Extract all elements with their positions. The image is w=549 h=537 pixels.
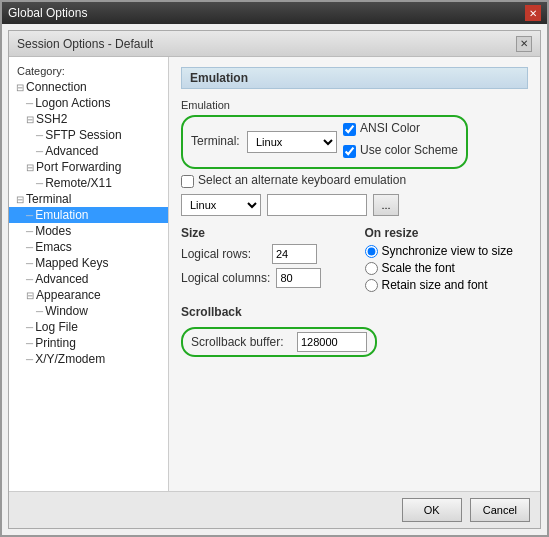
inner-window-title: Session Options - Default (17, 37, 153, 51)
sidebar-item-window[interactable]: ─Window (9, 303, 168, 319)
sidebar: Category: ⊟Connection ─Logon Actions ⊟SS… (9, 57, 169, 491)
retain-size-radio[interactable] (365, 279, 378, 292)
ansi-color-label: ANSI Color (360, 121, 420, 135)
sidebar-item-log-file[interactable]: ─Log File (9, 319, 168, 335)
alt-keyboard-checkbox-row: Select an alternate keyboard emulation (181, 173, 528, 190)
use-color-scheme-checkbox[interactable] (343, 145, 356, 158)
terminal-label: Terminal: (191, 134, 241, 148)
sidebar-item-remote-x11[interactable]: ─Remote/X11 (9, 175, 168, 191)
section-header: Emulation (181, 67, 528, 89)
sidebar-item-connection[interactable]: ⊟Connection (9, 79, 168, 95)
sidebar-item-ssh2[interactable]: ⊟SSH2 (9, 111, 168, 127)
alt-keyboard-checkbox[interactable] (181, 175, 194, 188)
scrollback-buffer-label: Scrollback buffer: (191, 335, 291, 349)
outer-close-button[interactable]: ✕ (525, 5, 541, 21)
scale-font-radio[interactable] (365, 262, 378, 275)
logical-columns-label: Logical columns: (181, 271, 270, 285)
logical-columns-row: Logical columns: (181, 268, 345, 288)
sidebar-item-printing[interactable]: ─Printing (9, 335, 168, 351)
emulation-label: Emulation (181, 99, 528, 111)
scrollback-section: Scrollback Scrollback buffer: (181, 305, 528, 357)
scale-font-label: Scale the font (382, 261, 455, 275)
alt-keyboard-text[interactable] (267, 194, 367, 216)
use-color-scheme-label: Use color Scheme (360, 143, 458, 157)
outer-titlebar: Global Options ✕ (2, 2, 547, 24)
main-panel: Emulation Emulation Terminal: Linux VT10… (169, 57, 540, 491)
ansi-color-row: ANSI Color (343, 121, 458, 138)
sidebar-item-emacs[interactable]: ─Emacs (9, 239, 168, 255)
scale-font-radio-row: Scale the font (365, 261, 529, 275)
inner-close-button[interactable]: ✕ (516, 36, 532, 52)
inner-body: Category: ⊟Connection ─Logon Actions ⊟SS… (9, 57, 540, 491)
resize-section: On resize Synchronize view to size Scale… (365, 226, 529, 295)
outer-window-title: Global Options (8, 6, 87, 20)
outer-content: Session Options - Default ✕ Category: ⊟C… (2, 24, 547, 535)
sidebar-item-sftp-session[interactable]: ─SFTP Session (9, 127, 168, 143)
sidebar-item-modes[interactable]: ─Modes (9, 223, 168, 239)
ok-button[interactable]: OK (402, 498, 462, 522)
sidebar-item-mapped-keys[interactable]: ─Mapped Keys (9, 255, 168, 271)
retain-size-radio-row: Retain size and font (365, 278, 529, 292)
sync-view-radio[interactable] (365, 245, 378, 258)
inner-window: Session Options - Default ✕ Category: ⊟C… (8, 30, 541, 529)
sidebar-item-appearance[interactable]: ⊟Appearance (9, 287, 168, 303)
sidebar-item-advanced-terminal[interactable]: ─Advanced (9, 271, 168, 287)
ansi-color-checkbox[interactable] (343, 123, 356, 136)
logical-columns-input[interactable] (276, 268, 321, 288)
alt-keyboard-ellipsis-button[interactable]: ... (373, 194, 399, 216)
alt-keyboard-section: Select an alternate keyboard emulation L… (181, 173, 528, 216)
alt-keyboard-dropdown-row: Linux VT100 VT220 ... (181, 194, 528, 216)
sidebar-item-logon-actions[interactable]: ─Logon Actions (9, 95, 168, 111)
sync-view-label: Synchronize view to size (382, 244, 513, 258)
sidebar-item-xyz-modem[interactable]: ─X/Y/Zmodem (9, 351, 168, 367)
inner-titlebar: Session Options - Default ✕ (9, 31, 540, 57)
sidebar-item-terminal[interactable]: ⊟Terminal (9, 191, 168, 207)
logical-rows-input[interactable] (272, 244, 317, 264)
emulation-group: Emulation Terminal: Linux VT100 VT220 xt… (181, 99, 528, 216)
size-section: Size Logical rows: Logical columns: (181, 226, 345, 295)
alt-keyboard-label: Select an alternate keyboard emulation (198, 173, 406, 187)
cancel-button[interactable]: Cancel (470, 498, 530, 522)
sidebar-item-emulation[interactable]: ─Emulation (9, 207, 168, 223)
category-label: Category: (9, 63, 168, 79)
size-label: Size (181, 226, 345, 240)
scrollback-buffer-input[interactable] (297, 332, 367, 352)
sync-view-radio-row: Synchronize view to size (365, 244, 529, 258)
size-resize-row: Size Logical rows: Logical columns: (181, 226, 528, 295)
bottom-bar: OK Cancel (9, 491, 540, 528)
retain-size-label: Retain size and font (382, 278, 488, 292)
scrollback-label: Scrollback (181, 305, 528, 319)
on-resize-label: On resize (365, 226, 529, 240)
logical-rows-label: Logical rows: (181, 247, 266, 261)
alt-keyboard-dropdown[interactable]: Linux VT100 VT220 (181, 194, 261, 216)
sidebar-item-port-forwarding[interactable]: ⊟Port Forwarding (9, 159, 168, 175)
terminal-dropdown[interactable]: Linux VT100 VT220 xterm ANSI (247, 131, 337, 153)
outer-window: Global Options ✕ Session Options - Defau… (0, 0, 549, 537)
use-color-scheme-row: Use color Scheme (343, 143, 458, 160)
logical-rows-row: Logical rows: (181, 244, 345, 264)
sidebar-item-advanced[interactable]: ─Advanced (9, 143, 168, 159)
